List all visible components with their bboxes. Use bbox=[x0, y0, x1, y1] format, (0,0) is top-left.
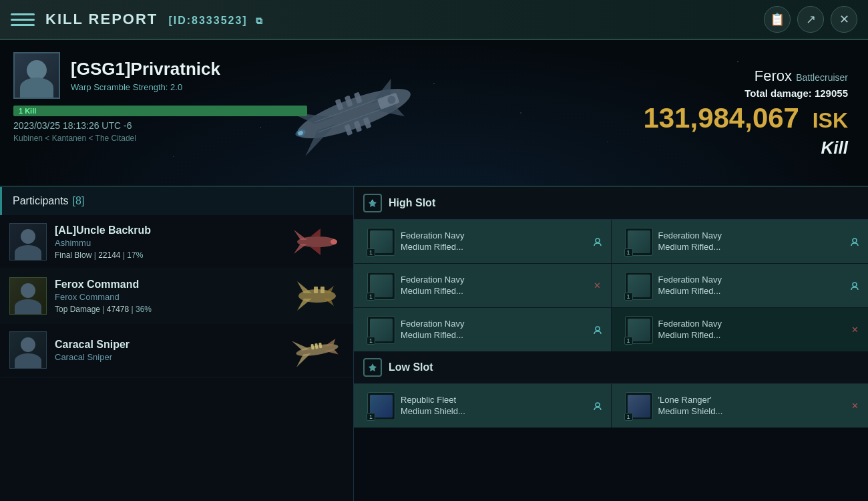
high-slot-title: High Slot bbox=[389, 197, 435, 209]
svg-rect-28 bbox=[314, 287, 318, 293]
clipboard-button[interactable]: 📋 bbox=[764, 6, 791, 33]
slot-action-icon[interactable] bbox=[848, 279, 861, 293]
ship-thumb bbox=[290, 330, 344, 370]
slot-action-icon[interactable] bbox=[591, 235, 604, 248]
svg-point-39 bbox=[853, 238, 857, 242]
svg-rect-29 bbox=[320, 287, 324, 293]
slot-item-label: Federation NavyMedium Rifled... bbox=[401, 230, 586, 253]
participant-info: [AL]Uncle Backrub Ashimmu Final Blow | 2… bbox=[55, 224, 282, 260]
svg-marker-18 bbox=[294, 230, 307, 240]
slot-item-icon: 1 bbox=[367, 272, 395, 300]
total-damage: Total damage: 129055 bbox=[744, 88, 848, 99]
slot-item-label: Federation NavyMedium Rifled... bbox=[658, 275, 843, 297]
clipboard-icon: 📋 bbox=[770, 12, 785, 27]
slot-remove-icon[interactable]: ✕ bbox=[591, 279, 604, 293]
slot-action-icon[interactable] bbox=[848, 235, 861, 248]
slot-item-label: Republic FleetMedium Shield... bbox=[401, 395, 586, 418]
slot-item-label: Federation NavyMedium Rifled... bbox=[658, 230, 843, 253]
svg-point-40 bbox=[853, 283, 857, 287]
slot-remove-icon[interactable]: ✕ bbox=[848, 323, 861, 337]
copy-icon: ⧉ bbox=[256, 15, 264, 26]
share-button[interactable]: ↗ bbox=[797, 6, 824, 33]
high-slot-icon bbox=[363, 194, 382, 212]
pilot-subtitle: Warp Scramble Strength: 2.0 bbox=[71, 82, 220, 92]
participant-info: Caracal Sniper Caracal Sniper bbox=[55, 339, 282, 362]
kill-badge: 1 Kill bbox=[13, 106, 307, 116]
top-bar: KILL REPORT [ID:8333523] ⧉ 📋 ↗ ✕ bbox=[0, 0, 868, 40]
slot-item[interactable]: 1 Federation NavyMedium Rifled... bbox=[354, 220, 611, 263]
pilot-name: [GSG1]Privratnick bbox=[71, 59, 220, 79]
participants-label: Participants bbox=[13, 195, 69, 207]
low-slot-title: Low Slot bbox=[389, 361, 433, 373]
kill-location: Kubinen < Kantanen < The Citadel bbox=[13, 134, 307, 143]
top-bar-actions: 📋 ↗ ✕ bbox=[764, 6, 857, 33]
slot-item[interactable]: 1 Federation NavyMedium Rifled... bbox=[354, 308, 611, 351]
low-slot-grid: 1 Republic FleetMedium Shield... 1 ' bbox=[354, 384, 868, 428]
slot-item[interactable]: 1 Federation NavyMedium Rifled... ✕ bbox=[354, 264, 611, 307]
low-slot-icon bbox=[363, 358, 382, 377]
slots-panel: High Slot 1 Federation NavyMedium Rifled… bbox=[354, 187, 868, 501]
close-icon: ✕ bbox=[839, 12, 849, 27]
list-item[interactable]: [AL]Uncle Backrub Ashimmu Final Blow | 2… bbox=[0, 215, 353, 269]
slot-item-icon: 1 bbox=[625, 392, 653, 420]
menu-button[interactable] bbox=[11, 7, 35, 31]
close-button[interactable]: ✕ bbox=[831, 6, 857, 33]
isk-value: 131,984,067 ISK bbox=[643, 104, 848, 132]
slot-item-icon: 1 bbox=[367, 392, 395, 420]
ship-type: Ferox Battlecruiser bbox=[754, 67, 848, 85]
high-slot-grid: 1 Federation NavyMedium Rifled... 1 bbox=[354, 220, 868, 351]
slot-action-icon[interactable] bbox=[591, 399, 604, 413]
avatar bbox=[9, 223, 47, 261]
participant-name: Caracal Sniper bbox=[55, 339, 282, 351]
ship-thumb bbox=[290, 276, 344, 316]
participant-ship: Ashimmu bbox=[55, 238, 282, 248]
slot-item-icon: 1 bbox=[625, 316, 653, 344]
slot-item[interactable]: 1 'Lone Ranger'Medium Shield... ✕ bbox=[612, 384, 869, 428]
pilot-avatar bbox=[13, 52, 60, 99]
header-right: Ferox Battlecruiser Total damage: 129055… bbox=[623, 40, 868, 186]
slot-item[interactable]: 1 Federation NavyMedium Rifled... bbox=[612, 220, 869, 263]
participants-panel: Participants [8] [AL]Uncle Backrub Ashim… bbox=[0, 187, 354, 501]
participant-ship: Ferox Command bbox=[55, 292, 282, 302]
ship-class: Battlecruiser bbox=[796, 72, 848, 83]
title-text: KILL REPORT bbox=[45, 11, 158, 27]
svg-marker-22 bbox=[310, 247, 320, 255]
slot-item[interactable]: 1 Federation NavyMedium Rifled... bbox=[612, 264, 869, 307]
slot-item-label: 'Lone Ranger'Medium Shield... bbox=[658, 395, 843, 418]
slot-item[interactable]: 1 Republic FleetMedium Shield... bbox=[354, 384, 611, 428]
ship-thumbnail bbox=[292, 224, 343, 261]
slot-item-icon: 1 bbox=[367, 316, 395, 344]
slot-item[interactable]: 1 Federation NavyMedium Rifled... ✕ bbox=[612, 308, 869, 351]
slot-item-label: Federation NavyMedium Rifled... bbox=[658, 319, 843, 341]
main-content: Participants [8] [AL]Uncle Backrub Ashim… bbox=[0, 187, 868, 501]
pilot-info: [GSG1]Privratnick Warp Scramble Strength… bbox=[71, 59, 220, 92]
list-item[interactable]: Caracal Sniper Caracal Sniper bbox=[0, 323, 353, 377]
svg-point-20 bbox=[331, 239, 337, 244]
ship-thumbnail bbox=[292, 278, 343, 315]
slot-item-label: Federation NavyMedium Rifled... bbox=[401, 319, 586, 341]
participant-name: [AL]Uncle Backrub bbox=[55, 224, 282, 236]
participants-count: [8] bbox=[73, 195, 85, 207]
participant-stats: Final Blow | 22144 | 17% bbox=[55, 251, 282, 260]
high-slot-header: High Slot bbox=[354, 187, 868, 220]
kill-time: 2023/03/25 18:13:26 UTC -6 bbox=[13, 120, 307, 131]
svg-marker-19 bbox=[294, 244, 307, 254]
svg-marker-21 bbox=[310, 228, 320, 236]
page-title: KILL REPORT [ID:8333523] ⧉ bbox=[45, 11, 764, 28]
svg-point-42 bbox=[596, 403, 600, 407]
participants-header: Participants [8] bbox=[0, 187, 353, 215]
slot-remove-icon[interactable]: ✕ bbox=[848, 399, 861, 413]
ship-thumb bbox=[290, 222, 344, 262]
low-slot-header: Low Slot bbox=[354, 351, 868, 384]
slot-action-icon[interactable] bbox=[591, 323, 604, 337]
participant-ship: Caracal Sniper bbox=[55, 352, 282, 362]
svg-point-38 bbox=[596, 238, 600, 242]
list-item[interactable]: Ferox Command Ferox Command Top Damage |… bbox=[0, 269, 353, 323]
slot-item-label: Federation NavyMedium Rifled... bbox=[401, 275, 586, 297]
avatar bbox=[9, 277, 47, 315]
slot-item-icon: 1 bbox=[625, 272, 653, 300]
ship-thumbnail bbox=[292, 332, 343, 369]
share-icon: ↗ bbox=[806, 12, 816, 27]
header-left: [GSG1]Privratnick Warp Scramble Strength… bbox=[0, 40, 320, 186]
participant-name: Ferox Command bbox=[55, 279, 282, 291]
